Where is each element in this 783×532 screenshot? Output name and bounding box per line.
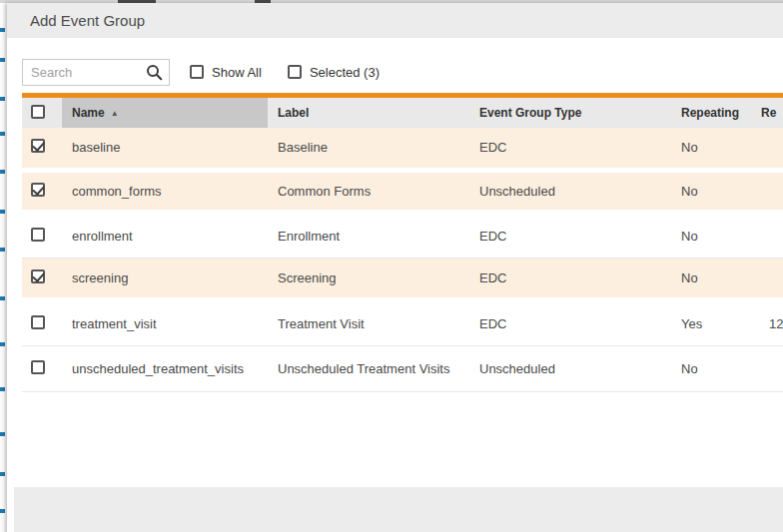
cell-name: enrollment <box>62 212 268 258</box>
cell-repeat-max <box>751 345 783 391</box>
row-checkbox[interactable] <box>31 139 45 153</box>
table-row[interactable]: baselineBaselineEDCNo <box>22 128 783 170</box>
table-row[interactable]: treatment_visitTreatment VisitEDCYes12 <box>22 299 783 345</box>
background-link-fragment <box>0 28 5 32</box>
cell-event-group-type: EDC <box>469 212 671 258</box>
header-select-all[interactable] <box>22 98 62 128</box>
cell-repeating: Yes <box>671 299 751 345</box>
row-checkbox[interactable] <box>31 228 45 242</box>
table-row[interactable]: screeningScreeningEDCNo <box>22 258 783 299</box>
table-row[interactable]: unscheduled_treatment_visitsUnscheduled … <box>22 345 783 391</box>
cell-name: baseline <box>62 128 268 170</box>
selected-checkbox[interactable] <box>288 65 302 79</box>
background-link-fragment <box>0 58 5 62</box>
cell-event-group-type: Unscheduled <box>469 170 671 212</box>
background-link-fragment <box>0 97 5 101</box>
background-link-fragment <box>0 387 5 391</box>
row-checkbox-cell[interactable] <box>22 170 62 212</box>
cell-label: Common Forms <box>268 170 469 212</box>
sort-ascending-icon: ▲ <box>111 109 119 118</box>
row-checkbox[interactable] <box>31 360 45 374</box>
search-icon[interactable] <box>146 64 163 81</box>
cell-label: Unscheduled Treatment Visits <box>268 345 469 391</box>
cell-repeating: No <box>671 258 751 299</box>
select-all-checkbox[interactable] <box>31 105 45 119</box>
table-body: baselineBaselineEDCNocommon_formsCommon … <box>22 128 783 391</box>
background-link-fragment <box>0 472 5 476</box>
background-link-fragment <box>0 509 5 513</box>
selected-label: Selected (3) <box>310 65 380 80</box>
toolbar: Show All Selected (3) <box>22 58 783 86</box>
row-checkbox[interactable] <box>31 269 45 283</box>
cell-name: screening <box>62 258 268 299</box>
dialog-footer <box>14 487 783 532</box>
cell-repeating: No <box>671 212 751 258</box>
row-checkbox-cell[interactable] <box>22 345 62 391</box>
cell-repeat-max <box>751 212 783 258</box>
row-checkbox[interactable] <box>31 315 45 329</box>
table-row[interactable]: enrollmentEnrollmentEDCNo <box>22 212 783 258</box>
screen: Add Event Group Show All Selected (3) <box>0 0 783 532</box>
cell-event-group-type: EDC <box>469 258 671 299</box>
cell-name: common_forms <box>62 170 268 212</box>
background-page-left-strip <box>0 3 7 532</box>
cell-name: unscheduled_treatment_visits <box>62 345 268 391</box>
cell-label: Enrollment <box>268 212 469 258</box>
dialog-header: Add Event Group <box>7 3 783 38</box>
cell-event-group-type: EDC <box>469 299 671 345</box>
row-checkbox-cell[interactable] <box>22 299 62 345</box>
cell-repeating: No <box>671 345 751 391</box>
row-checkbox-cell[interactable] <box>22 128 62 170</box>
show-all-label: Show All <box>212 65 262 80</box>
background-link-fragment <box>0 248 5 252</box>
background-link-fragment <box>0 132 5 136</box>
column-header-name[interactable]: Name▲ <box>62 98 268 128</box>
event-group-table: Name▲ Label Event Group Type Repeating R… <box>22 93 783 392</box>
cell-event-group-type: EDC <box>469 128 671 170</box>
background-link-fragment <box>0 432 5 436</box>
background-link-fragment <box>0 210 5 214</box>
add-event-group-dialog: Add Event Group Show All Selected (3) <box>7 3 783 532</box>
cell-label: Screening <box>268 258 469 299</box>
row-checkbox-cell[interactable] <box>22 212 62 258</box>
table-row[interactable]: common_formsCommon FormsUnscheduledNo <box>22 170 783 212</box>
cell-repeating: No <box>671 128 751 170</box>
cell-repeat-max <box>751 170 783 212</box>
column-header-repeating[interactable]: Repeating <box>671 98 751 128</box>
background-link-fragment <box>0 342 5 346</box>
cell-event-group-type: Unscheduled <box>469 345 671 391</box>
dialog-title: Add Event Group <box>30 12 145 29</box>
cell-name: treatment_visit <box>62 299 268 345</box>
column-header-name-label: Name <box>72 106 105 120</box>
show-all-option[interactable]: Show All <box>190 65 262 80</box>
background-link-fragment <box>0 170 5 174</box>
cell-repeat-max: 12 <box>751 299 783 345</box>
row-checkbox-cell[interactable] <box>22 258 62 299</box>
column-header-repeat-max[interactable]: Re <box>751 98 783 128</box>
column-header-label[interactable]: Label <box>268 98 469 128</box>
row-checkbox[interactable] <box>31 183 45 197</box>
cell-label: Baseline <box>268 128 469 170</box>
search-box <box>22 59 170 86</box>
cell-repeating: No <box>671 170 751 212</box>
selected-option[interactable]: Selected (3) <box>288 65 380 80</box>
cell-label: Treatment Visit <box>268 299 469 345</box>
cell-repeat-max <box>751 128 783 170</box>
table-header: Name▲ Label Event Group Type Repeating R… <box>22 98 783 128</box>
cell-repeat-max <box>751 258 783 299</box>
background-link-fragment <box>0 296 5 300</box>
column-header-event-group-type[interactable]: Event Group Type <box>469 98 671 128</box>
show-all-checkbox[interactable] <box>190 65 204 79</box>
